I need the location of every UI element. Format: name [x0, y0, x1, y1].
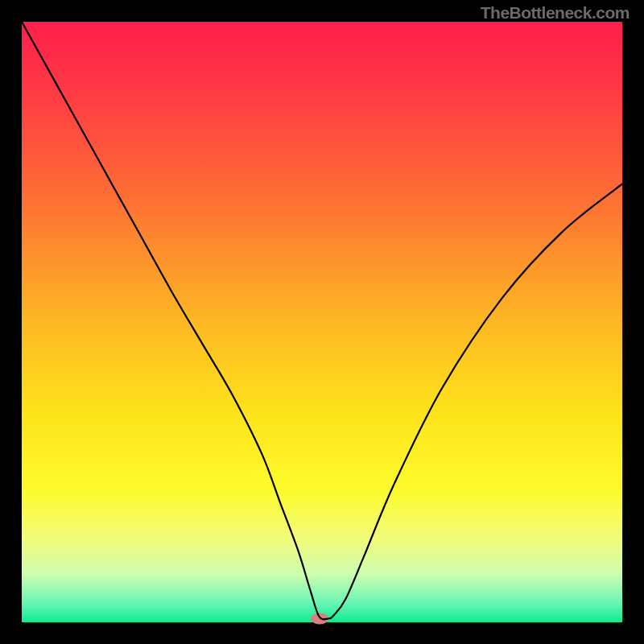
plot-background	[22, 22, 622, 622]
watermark-text: TheBottleneck.com	[481, 3, 630, 23]
bottleneck-chart	[0, 0, 644, 644]
chart-container: TheBottleneck.com	[0, 0, 644, 644]
